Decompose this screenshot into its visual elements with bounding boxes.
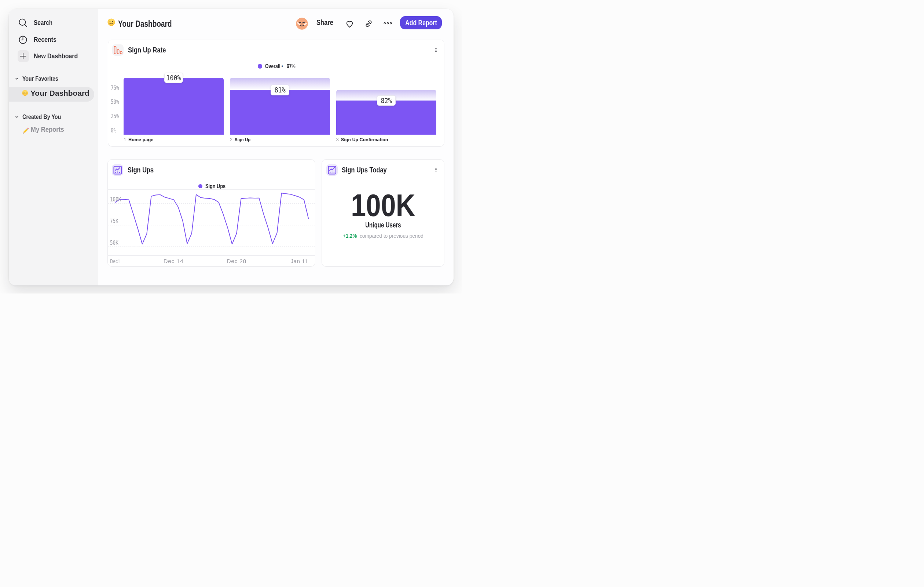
y-axis-label: 75K xyxy=(110,218,121,225)
app-container: Search Recents New Dashboard xyxy=(9,9,454,285)
x-axis-label: Dec 14 xyxy=(165,258,182,264)
funnel-chart: 100%1Home page81%2Sign Up82%3Sign Up Con… xyxy=(108,40,444,147)
chevron-down-icon xyxy=(15,116,18,118)
line-chart-icon xyxy=(326,164,338,176)
legend-dot xyxy=(198,184,202,188)
funnel-bar xyxy=(230,90,330,135)
search-icon xyxy=(18,18,28,28)
delta-value: +1.2% xyxy=(343,233,357,239)
card-header: Sign Ups xyxy=(108,160,315,180)
sidebar-section-label: Created By You xyxy=(22,113,61,120)
link-icon xyxy=(364,19,373,28)
step-label: Home page xyxy=(128,137,153,143)
funnel-bar xyxy=(124,78,224,135)
y-axis-label: 25% xyxy=(111,113,122,120)
line-chart-icon xyxy=(112,164,123,176)
funnel-step-label: 2Sign Up xyxy=(230,137,233,143)
sidebar-section-created-by-you[interactable]: Created By You xyxy=(9,113,98,121)
heart-icon xyxy=(345,20,354,29)
plus-icon xyxy=(18,50,29,62)
sidebar-item-search[interactable]: Search xyxy=(9,17,98,29)
legend-label: Sign Ups xyxy=(205,183,226,190)
sidebar-item-your-dashboard[interactable]: Your Dashboard xyxy=(9,87,95,102)
stat-value: 100K xyxy=(351,189,416,221)
clock-icon xyxy=(18,35,28,45)
sidebar-item-my-reports[interactable]: My Reports xyxy=(9,124,98,137)
main-content: Your Dashboard Share xyxy=(98,9,454,285)
sidebar-item-recents[interactable]: Recents xyxy=(9,34,98,46)
avatar[interactable] xyxy=(296,18,308,30)
step-label: Sign Up xyxy=(235,137,251,143)
sidebar-item-label: Your Dashboard xyxy=(30,89,89,98)
slightly-smiling-face-emoji xyxy=(107,18,115,26)
card-title: Sign Ups Today xyxy=(342,166,387,174)
chevron-down-icon xyxy=(15,78,18,80)
x-axis-label: Jan 11 xyxy=(291,258,308,264)
more-options-button[interactable] xyxy=(381,17,394,30)
divider xyxy=(108,180,315,180)
share-button[interactable]: Share xyxy=(317,16,336,29)
line-series xyxy=(115,193,309,244)
line-chart xyxy=(108,189,315,256)
sidebar-section-label: Your Favorites xyxy=(22,75,58,82)
sidebar-section-your-favorites[interactable]: Your Favorites xyxy=(9,75,98,83)
add-report-button[interactable]: Add Report xyxy=(400,16,442,29)
sidebar-item-label: My Reports xyxy=(31,126,64,134)
copy-link-button[interactable] xyxy=(362,17,375,30)
value-tooltip: 82% xyxy=(377,95,396,106)
y-axis-label: 50% xyxy=(111,99,122,105)
x-axis-label: Dec 28 xyxy=(228,258,245,264)
stat-delta: +1.2% compared to previous period xyxy=(322,233,444,239)
favorite-button[interactable] xyxy=(343,17,356,31)
ellipsis-icon xyxy=(383,21,392,25)
step-number: 1 xyxy=(124,137,127,142)
step-label: Sign Up Confirmation xyxy=(341,137,388,143)
drag-handle-icon[interactable] xyxy=(434,167,438,172)
sidebar-item-label: Search xyxy=(34,19,53,27)
step-number: 3 xyxy=(336,137,339,142)
sidebar: Search Recents New Dashboard xyxy=(9,9,99,285)
x-axis-label: Dec1 xyxy=(109,258,121,264)
funnel-step-label: 1Home page xyxy=(124,137,127,143)
y-axis-label: 0% xyxy=(111,127,118,134)
card-title: Sign Ups xyxy=(128,166,153,174)
sidebar-item-label: Recents xyxy=(34,36,56,44)
delta-caption: compared to previous period xyxy=(360,233,424,239)
stat-caption: Unique Users xyxy=(365,221,401,229)
value-tooltip: 100% xyxy=(164,73,183,83)
y-axis-label: 100K xyxy=(110,196,124,203)
card-sign-up-rate: Sign Up Rate Overall • 67% xyxy=(108,40,445,147)
pencil-emoji xyxy=(21,127,29,135)
funnel-step-label: 3Sign Up Confirmation xyxy=(336,137,339,143)
slightly-smiling-face-emoji xyxy=(22,90,28,96)
sidebar-item-new-dashboard[interactable]: New Dashboard xyxy=(9,50,98,62)
sidebar-item-label: New Dashboard xyxy=(34,52,78,60)
value-tooltip: 81% xyxy=(271,85,289,95)
card-header: Sign Ups Today xyxy=(322,160,444,180)
step-number: 2 xyxy=(230,137,233,142)
funnel-bar xyxy=(336,101,436,135)
page-title: Your Dashboard xyxy=(118,19,172,29)
card-sign-ups-today: Sign Ups Today 100K Unique Users +1.2% c… xyxy=(322,159,444,267)
card-sign-ups: Sign Ups Sign Ups 100K75K50K Dec1Dec 14D… xyxy=(107,159,315,267)
y-axis-label: 50K xyxy=(110,240,121,246)
y-axis-label: 75% xyxy=(111,85,122,91)
